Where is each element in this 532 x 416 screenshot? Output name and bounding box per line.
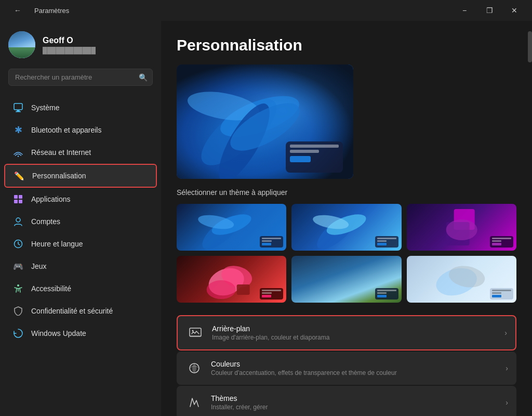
- themes-icon: [185, 393, 204, 412]
- tb-line: [492, 238, 511, 239]
- theme-6-taskbar: [490, 288, 513, 300]
- theme-thumb-1-inner: [177, 204, 286, 251]
- tb-line-short: [262, 292, 272, 294]
- theme-thumb-6[interactable]: [407, 256, 516, 303]
- tb-line-short: [492, 240, 502, 242]
- sidebar-item-personnalisation[interactable]: ✏️ Personnalisation: [4, 164, 157, 188]
- svg-rect-4: [14, 195, 18, 199]
- heure-label: Heure et langue: [31, 240, 83, 248]
- couleurs-title: Couleurs: [211, 360, 506, 368]
- tb-btn: [492, 243, 501, 245]
- user-email: ████████████: [43, 47, 96, 54]
- sidebar-item-reseau[interactable]: Réseau et Internet: [4, 141, 157, 163]
- theme-2-taskbar: [375, 236, 398, 248]
- theme-thumb-5-inner: [291, 256, 401, 303]
- arriere-plan-icon: [186, 323, 205, 342]
- theme-thumb-2-inner: [291, 204, 401, 251]
- avatar: [8, 31, 35, 58]
- couleurs-text: Couleurs Couleur d'accentuation, effets …: [211, 360, 506, 376]
- theme-preview-inner: [177, 64, 353, 179]
- theme-preview-big: [177, 64, 353, 179]
- bluetooth-icon: ✱: [12, 124, 24, 136]
- svg-rect-6: [14, 200, 18, 203]
- sidebar-item-windows-update[interactable]: Windows Update: [4, 322, 157, 344]
- comptes-label: Comptes: [31, 217, 60, 226]
- settings-list: Arrière-plan Image d'arrière-plan, coule…: [177, 315, 516, 416]
- settings-item-couleurs[interactable]: Couleurs Couleur d'accentuation, effets …: [177, 352, 516, 385]
- tb-line: [377, 238, 396, 239]
- sidebar-item-heure[interactable]: Heure et langue: [4, 233, 157, 255]
- settings-item-arriere-plan[interactable]: Arrière-plan Image d'arrière-plan, coule…: [177, 315, 516, 350]
- arriere-plan-title: Arrière-plan: [212, 324, 504, 333]
- taskbar-line-2: [290, 150, 319, 153]
- theme-thumb-4[interactable]: [177, 256, 286, 303]
- avatar-image: [8, 31, 35, 58]
- accessibilite-label: Accessibilité: [31, 284, 71, 293]
- titlebar-left: ← Paramètres: [6, 3, 69, 18]
- tb-line-short: [377, 292, 387, 294]
- confidentialite-icon: [12, 305, 24, 317]
- jeux-icon: 🎮: [12, 261, 24, 272]
- sidebar-item-bluetooth[interactable]: ✱ Bluetooth et appareils: [4, 119, 157, 141]
- comptes-icon: [12, 216, 24, 227]
- themes-text: Thèmes Installer, créer, gérer: [211, 394, 506, 411]
- svg-rect-30: [237, 284, 250, 295]
- couleurs-icon: [185, 359, 204, 378]
- tb-line: [262, 290, 281, 291]
- taskbar-btn-blue: [290, 156, 311, 162]
- theme-thumb-1[interactable]: [177, 204, 286, 251]
- search-box: 🔍: [8, 69, 153, 86]
- svg-point-8: [16, 218, 20, 222]
- close-button[interactable]: ✕: [503, 3, 526, 18]
- theme-thumb-6-inner: [407, 256, 516, 303]
- maximize-button[interactable]: ❐: [478, 3, 501, 18]
- theme-thumb-5[interactable]: [291, 256, 401, 303]
- sidebar-item-jeux[interactable]: 🎮 Jeux: [4, 255, 157, 277]
- arriere-plan-chevron: ›: [504, 329, 507, 337]
- theme-thumb-3[interactable]: [407, 204, 516, 251]
- themes-chevron: ›: [506, 398, 508, 407]
- theme-4-taskbar: [260, 288, 283, 300]
- windows-update-icon: [12, 328, 24, 339]
- sidebar-item-confidentialite[interactable]: Confidentialité et sécurité: [4, 300, 157, 322]
- themes-desc: Installer, créer, gérer: [211, 404, 506, 411]
- theme-5-taskbar: [375, 288, 398, 300]
- user-info: Geoff O ████████████: [43, 36, 96, 54]
- tb-btn: [262, 295, 271, 297]
- user-section: Geoff O ████████████: [0, 21, 161, 67]
- page-title: Personnalisation: [177, 36, 516, 54]
- sidebar-item-applications[interactable]: Applications: [4, 188, 157, 210]
- theme-1-taskbar: [260, 236, 283, 248]
- couleurs-chevron: ›: [506, 364, 508, 372]
- tb-line-short: [492, 292, 502, 294]
- sidebar-item-comptes[interactable]: Comptes: [4, 211, 157, 232]
- titlebar-controls: − ❐ ✕: [453, 3, 526, 18]
- svg-rect-2: [16, 111, 21, 112]
- sidebar-item-systeme[interactable]: Système: [4, 97, 157, 119]
- main-content: Personnalisation: [161, 21, 532, 416]
- theme-3-taskbar: [490, 236, 513, 248]
- sidebar-item-accessibilite[interactable]: Accessibilité: [4, 278, 157, 300]
- settings-item-themes[interactable]: Thèmes Installer, créer, gérer ›: [177, 386, 516, 416]
- windows-update-label: Windows Update: [31, 329, 86, 337]
- titlebar-title: Paramètres: [34, 7, 69, 15]
- theme-thumb-2[interactable]: [291, 204, 401, 251]
- scrollbar-thumb[interactable]: [528, 31, 532, 62]
- heure-icon: [12, 238, 24, 250]
- tb-line: [492, 290, 511, 291]
- svg-point-29: [207, 280, 236, 299]
- nav-items: Système ✱ Bluetooth et appareils Réseau …: [0, 94, 161, 416]
- taskbar-preview: [286, 141, 343, 173]
- svg-rect-7: [19, 200, 22, 203]
- applications-label: Applications: [31, 195, 71, 203]
- network-icon: [12, 147, 24, 158]
- search-input[interactable]: [8, 69, 153, 86]
- tb-line-short: [377, 240, 387, 242]
- personnalisation-icon: ✏️: [14, 170, 25, 181]
- back-button[interactable]: ←: [6, 3, 29, 18]
- svg-rect-34: [190, 335, 201, 336]
- theme-thumb-3-inner: [407, 204, 516, 251]
- tb-line-short: [262, 240, 272, 242]
- minimize-button[interactable]: −: [453, 3, 476, 18]
- system-icon: [12, 102, 24, 113]
